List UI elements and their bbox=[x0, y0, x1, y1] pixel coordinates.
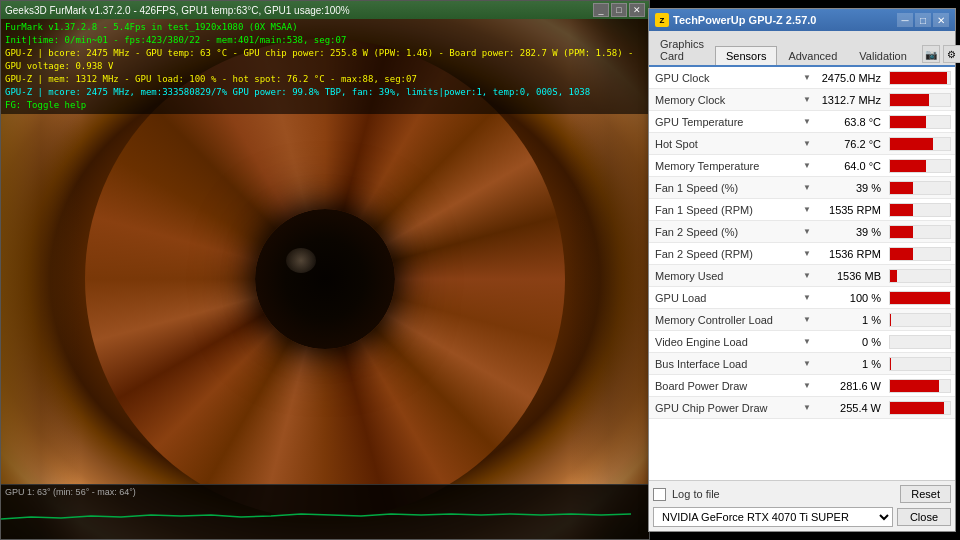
sensor-bar-container bbox=[889, 401, 951, 415]
sensor-name: GPU Clock bbox=[649, 72, 799, 84]
sensor-bar-container bbox=[889, 225, 951, 239]
sensor-row: GPU Chip Power Draw▼255.4 W bbox=[649, 397, 955, 419]
gpuz-bottom: Log to file Reset NVIDIA GeForce RTX 407… bbox=[649, 480, 955, 531]
gpuz-maximize-btn[interactable]: □ bbox=[915, 13, 931, 27]
sensor-bar-container bbox=[889, 357, 951, 371]
furmark-close-btn[interactable]: ✕ bbox=[629, 3, 645, 17]
reset-button[interactable]: Reset bbox=[900, 485, 951, 503]
sensor-dropdown-btn[interactable]: ▼ bbox=[799, 246, 815, 262]
sensors-table: GPU Clock▼2475.0 MHzMemory Clock▼1312.7 … bbox=[649, 67, 955, 480]
eye-highlight bbox=[286, 248, 316, 273]
sensor-bar bbox=[890, 160, 926, 172]
sensor-dropdown-btn[interactable]: ▼ bbox=[799, 268, 815, 284]
sensor-bar bbox=[890, 94, 929, 106]
sensor-dropdown-btn[interactable]: ▼ bbox=[799, 378, 815, 394]
sensor-value: 63.8 °C bbox=[815, 116, 885, 128]
tab-validation[interactable]: Validation bbox=[848, 46, 918, 65]
gpuz-minimize-btn[interactable]: ─ bbox=[897, 13, 913, 27]
sensor-bar-container bbox=[889, 247, 951, 261]
sensor-value: 1536 MB bbox=[815, 270, 885, 282]
device-row: NVIDIA GeForce RTX 4070 Ti SUPER Close bbox=[653, 507, 951, 527]
sensor-row: Fan 2 Speed (RPM)▼1536 RPM bbox=[649, 243, 955, 265]
temp-graph: GPU 1: 63° (min: 56° - max: 64°) bbox=[1, 484, 649, 539]
sensor-value: 76.2 °C bbox=[815, 138, 885, 150]
furmark-minimize-btn[interactable]: _ bbox=[593, 3, 609, 17]
sensor-dropdown-btn[interactable]: ▼ bbox=[799, 70, 815, 86]
furmark-content: FurMark v1.37.2.8 - 5.4Fps in test_1920x… bbox=[1, 19, 649, 539]
sensor-name: GPU Temperature bbox=[649, 116, 799, 128]
gpuz-app-icon: Z bbox=[655, 13, 669, 27]
tab-graphics-card[interactable]: Graphics Card bbox=[649, 34, 715, 65]
sensor-row: Memory Used▼1536 MB bbox=[649, 265, 955, 287]
sensor-dropdown-btn[interactable]: ▼ bbox=[799, 158, 815, 174]
sensor-value: 1 % bbox=[815, 358, 885, 370]
hud-overlay: FurMark v1.37.2.8 - 5.4Fps in test_1920x… bbox=[1, 19, 649, 114]
sensor-dropdown-btn[interactable]: ▼ bbox=[799, 224, 815, 240]
hud-line-1: FurMark v1.37.2.8 - 5.4Fps in test_1920x… bbox=[5, 21, 645, 34]
sensor-value: 39 % bbox=[815, 182, 885, 194]
gpuz-win-controls: ─ □ ✕ bbox=[897, 13, 949, 27]
eye-pupil bbox=[255, 209, 395, 349]
hud-line-2: Init|time: 0/min~01 - fps:423/380/22 - m… bbox=[5, 34, 645, 47]
sensor-dropdown-btn[interactable]: ▼ bbox=[799, 202, 815, 218]
sensor-bar-container bbox=[889, 203, 951, 217]
sensor-dropdown-btn[interactable]: ▼ bbox=[799, 290, 815, 306]
sensor-name: Memory Controller Load bbox=[649, 314, 799, 326]
sensor-name: GPU Load bbox=[649, 292, 799, 304]
sensor-bar-container bbox=[889, 115, 951, 129]
sensor-bar bbox=[890, 204, 913, 216]
gpuz-title-area: Z TechPowerUp GPU-Z 2.57.0 bbox=[655, 13, 816, 27]
sensor-bar bbox=[890, 314, 891, 326]
sensor-bar-container bbox=[889, 71, 951, 85]
sensor-dropdown-btn[interactable]: ▼ bbox=[799, 92, 815, 108]
sensor-bar bbox=[890, 402, 944, 414]
temp-graph-label: GPU 1: 63° (min: 56° - max: 64°) bbox=[1, 485, 649, 499]
sensor-bar bbox=[890, 72, 947, 84]
sensor-dropdown-btn[interactable]: ▼ bbox=[799, 400, 815, 416]
furmark-win-controls: _ □ ✕ bbox=[593, 3, 645, 17]
sensor-dropdown-btn[interactable]: ▼ bbox=[799, 312, 815, 328]
settings-icon[interactable]: ⚙ bbox=[943, 45, 960, 63]
camera-icon[interactable]: 📷 bbox=[922, 45, 940, 63]
sensor-bar-container bbox=[889, 379, 951, 393]
device-select[interactable]: NVIDIA GeForce RTX 4070 Ti SUPER bbox=[653, 507, 893, 527]
sensor-name: Hot Spot bbox=[649, 138, 799, 150]
gpuz-titlebar: Z TechPowerUp GPU-Z 2.57.0 ─ □ ✕ bbox=[649, 9, 955, 31]
sensor-name: Fan 2 Speed (RPM) bbox=[649, 248, 799, 260]
sensor-row: GPU Clock▼2475.0 MHz bbox=[649, 67, 955, 89]
sensor-name: Bus Interface Load bbox=[649, 358, 799, 370]
sensor-row: Memory Controller Load▼1 % bbox=[649, 309, 955, 331]
gpuz-close-btn[interactable]: ✕ bbox=[933, 13, 949, 27]
sensor-dropdown-btn[interactable]: ▼ bbox=[799, 180, 815, 196]
furmark-maximize-btn[interactable]: □ bbox=[611, 3, 627, 17]
sensor-row: Board Power Draw▼281.6 W bbox=[649, 375, 955, 397]
sensor-dropdown-btn[interactable]: ▼ bbox=[799, 356, 815, 372]
furmark-titlebar: Geeks3D FurMark v1.37.2.0 - 426FPS, GPU1… bbox=[1, 1, 649, 19]
close-button[interactable]: Close bbox=[897, 508, 951, 526]
sensor-value: 39 % bbox=[815, 226, 885, 238]
hud-line-3: GPU-Z | bcore: 2475 MHz - GPU temp: 63 °… bbox=[5, 47, 645, 73]
sensor-row: GPU Temperature▼63.8 °C bbox=[649, 111, 955, 133]
sensor-name: Video Engine Load bbox=[649, 336, 799, 348]
sensor-dropdown-btn[interactable]: ▼ bbox=[799, 114, 815, 130]
sensor-row: Hot Spot▼76.2 °C bbox=[649, 133, 955, 155]
sensor-bar-container bbox=[889, 313, 951, 327]
sensor-bar bbox=[890, 292, 950, 304]
tab-sensors[interactable]: Sensors bbox=[715, 46, 777, 65]
tab-advanced[interactable]: Advanced bbox=[777, 46, 848, 65]
sensor-row: Fan 1 Speed (RPM)▼1535 RPM bbox=[649, 199, 955, 221]
sensor-value: 2475.0 MHz bbox=[815, 72, 885, 84]
sensor-bar bbox=[890, 226, 913, 238]
furmark-window: Geeks3D FurMark v1.37.2.0 - 426FPS, GPU1… bbox=[0, 0, 650, 540]
sensor-value: 0 % bbox=[815, 336, 885, 348]
log-row: Log to file Reset bbox=[653, 485, 951, 503]
log-checkbox[interactable] bbox=[653, 488, 666, 501]
sensor-dropdown-btn[interactable]: ▼ bbox=[799, 136, 815, 152]
sensor-bar-container bbox=[889, 159, 951, 173]
sensor-dropdown-btn[interactable]: ▼ bbox=[799, 334, 815, 350]
sensor-row: Video Engine Load▼0 % bbox=[649, 331, 955, 353]
sensor-value: 64.0 °C bbox=[815, 160, 885, 172]
sensor-bar-container bbox=[889, 291, 951, 305]
sensor-value: 1535 RPM bbox=[815, 204, 885, 216]
sensor-name: Fan 2 Speed (%) bbox=[649, 226, 799, 238]
